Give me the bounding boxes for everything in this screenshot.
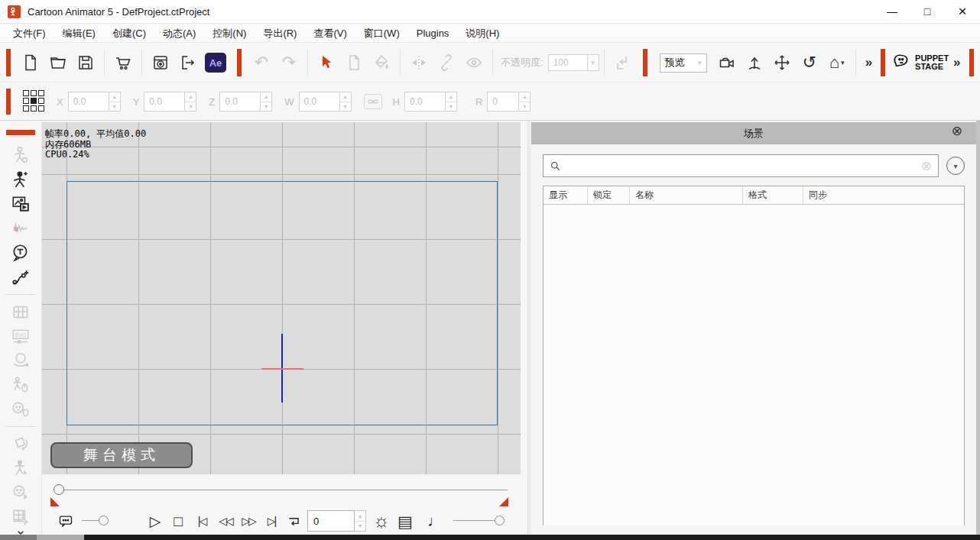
audio-button[interactable] (8, 216, 34, 241)
column-sync[interactable]: 同步 (803, 186, 964, 204)
playback-settings-button[interactable]: ☼ (371, 510, 392, 532)
scene-search-input[interactable] (566, 160, 921, 172)
redo-button[interactable]: ↷ (275, 48, 303, 77)
render-preview-button[interactable] (147, 48, 174, 77)
close-button[interactable]: × (945, 0, 980, 23)
caption-slider-knob[interactable] (99, 516, 109, 525)
apply-pose-button[interactable] (609, 48, 637, 77)
horizontal-scrollbar[interactable] (0, 535, 84, 540)
menu-view[interactable]: 查看(V) (305, 25, 355, 42)
go-to-start-button[interactable]: |◁ (191, 510, 213, 532)
frame-number-input[interactable]: 0 (307, 510, 355, 532)
column-show[interactable]: 显示 (544, 186, 588, 204)
link-button[interactable] (433, 48, 460, 77)
x-input[interactable]: 0.0 (68, 92, 109, 112)
scene-panel-close-icon[interactable]: ⊗ (952, 124, 962, 137)
playhead-handle[interactable] (54, 484, 64, 495)
head-360-button[interactable] (8, 348, 34, 373)
content-store-button[interactable] (109, 48, 137, 77)
timeline-track[interactable] (60, 490, 508, 490)
go-to-end-button[interactable]: ▷| (261, 510, 282, 532)
menu-animation[interactable]: 动态(A) (154, 25, 204, 42)
scene-panel-titlebar[interactable]: 场景 (531, 122, 976, 144)
search-clear-icon[interactable]: ⊗ (921, 160, 932, 173)
undo-button[interactable]: ↶ (248, 48, 275, 77)
layer-manager-button[interactable] (8, 505, 34, 529)
scene-search-box[interactable]: ⊗ (543, 154, 939, 177)
select-tool-button[interactable] (313, 48, 340, 77)
actor-template-button[interactable] (8, 143, 34, 167)
z-input[interactable]: 0.0 (219, 92, 261, 112)
open-project-button[interactable] (44, 48, 72, 77)
eye-button[interactable] (460, 48, 488, 77)
body-puppet-button[interactable] (8, 373, 34, 397)
column-format[interactable]: 格式 (743, 186, 803, 204)
h-input[interactable]: 0.0 (404, 92, 446, 112)
stop-button[interactable]: □ (168, 510, 188, 532)
text-bubble-button[interactable] (8, 241, 34, 265)
play-button[interactable]: ▷ (145, 510, 165, 532)
menu-control[interactable]: 控制(N) (204, 25, 255, 42)
volume-slider-track[interactable] (453, 520, 498, 521)
w-input[interactable]: 0.0 (299, 92, 340, 112)
after-effects-button[interactable]: Ae (202, 48, 229, 77)
w-spinner[interactable]: ▲▼ (340, 92, 352, 112)
new-project-button[interactable] (17, 48, 44, 77)
minimize-button[interactable]: — (875, 0, 910, 23)
h-spinner[interactable]: ▲▼ (446, 92, 457, 112)
opacity-dropdown[interactable]: ▾ (588, 54, 599, 71)
camera-button[interactable] (713, 48, 741, 77)
frame-number-spinner[interactable]: ▲▼ (355, 510, 366, 532)
stage-canvas[interactable]: 帧率0.00, 平均值0.00内存606MBCPU0.24% 舞台模式 (42, 122, 521, 474)
menu-create[interactable]: 创建(C) (104, 25, 154, 42)
more-tools-button[interactable]: » (861, 55, 876, 70)
r-input[interactable]: 0 (487, 92, 519, 112)
panel-scrollbar[interactable] (976, 121, 980, 535)
volume-slider-knob[interactable] (495, 516, 505, 525)
menu-help[interactable]: 说明(H) (457, 25, 508, 42)
audio-mute-button[interactable]: ♩ (426, 510, 444, 532)
scene-snapshot-button[interactable] (340, 48, 368, 77)
pan-view-button[interactable] (768, 48, 796, 77)
opacity-input[interactable]: 100 (548, 54, 588, 71)
track-list-button[interactable]: ▤ (394, 510, 416, 532)
home-view-button[interactable]: ⌂▾ (823, 48, 851, 77)
body-key-edit-button[interactable] (8, 456, 34, 480)
camera-preview-dropdown[interactable]: 预览 ▾ (660, 53, 707, 73)
scene-table-body[interactable] (544, 205, 964, 525)
next-frame-button[interactable]: ▷▷ (238, 510, 259, 532)
y-spinner[interactable]: ▲▼ (185, 92, 196, 112)
motion-library-button[interactable] (8, 299, 34, 324)
menu-file[interactable]: 文件(F) (5, 25, 54, 42)
scrollbar-thumb[interactable] (0, 535, 37, 540)
column-lock[interactable]: 锁定 (588, 186, 630, 204)
previous-frame-button[interactable]: ◁◁ (215, 510, 236, 532)
x-spinner[interactable]: ▲▼ (109, 92, 121, 112)
zoom-view-button[interactable] (741, 48, 768, 77)
motion-path-button[interactable] (8, 265, 34, 289)
svg-tool-button[interactable]: SVG (8, 324, 34, 348)
media-button[interactable] (8, 192, 34, 216)
prop-rotate-button[interactable] (8, 432, 34, 456)
menu-edit[interactable]: 编辑(E) (54, 25, 104, 42)
flip-button[interactable] (405, 48, 433, 77)
menu-window[interactable]: 窗口(W) (355, 25, 408, 42)
caption-button[interactable] (56, 511, 76, 531)
save-project-button[interactable] (72, 48, 99, 77)
r-spinner[interactable]: ▲▼ (519, 92, 531, 112)
character-creator-button[interactable] (8, 167, 34, 192)
paint-bucket-button[interactable] (368, 48, 395, 77)
maximize-button[interactable]: □ (910, 0, 945, 23)
loop-button[interactable] (284, 510, 305, 532)
rotate-view-button[interactable]: ↺ (796, 48, 823, 77)
search-filter-dropdown[interactable]: ▾ (946, 157, 965, 175)
range-end-marker[interactable] (499, 497, 508, 506)
column-name[interactable]: 名称 (630, 186, 743, 204)
puppet-stage-button[interactable]: PUPPET STAGE » (891, 53, 964, 73)
y-input[interactable]: 0.0 (144, 92, 185, 112)
export-button[interactable] (174, 48, 202, 77)
face-puppet-button[interactable] (8, 397, 34, 422)
range-start-marker[interactable] (50, 497, 60, 506)
link-wh-icon[interactable] (364, 94, 382, 109)
z-spinner[interactable]: ▲▼ (261, 92, 272, 112)
